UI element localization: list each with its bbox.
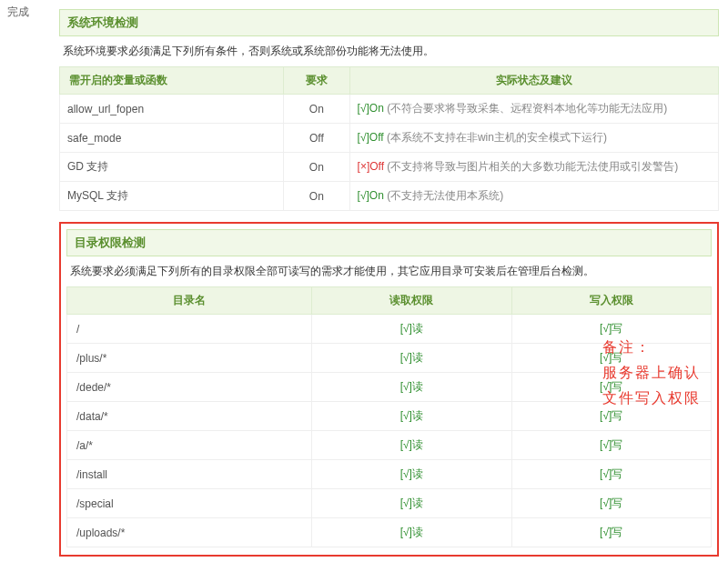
env-th-req: 要求	[284, 67, 349, 95]
perm-cell-write: [√]写	[511, 518, 712, 547]
status-mark: [×]Off	[358, 160, 384, 173]
perm-cell-dir: /	[67, 315, 312, 344]
env-cell-name: MySQL 支持	[60, 182, 284, 211]
perm-cell-read: [√]读	[312, 373, 511, 402]
status-note: (不支持无法使用本系统)	[384, 189, 503, 202]
status-mark: [√]On	[358, 189, 384, 202]
annotation-line-3: 文件写入权限	[602, 386, 701, 411]
perm-cell-read: [√]读	[312, 431, 511, 460]
perm-cell-read: [√]读	[312, 344, 511, 373]
perm-cell-dir: /data/*	[67, 402, 312, 431]
perm-row: /uploads/*[√]读[√]写	[67, 518, 712, 547]
perm-th-read: 读取权限	[312, 287, 511, 315]
env-th-name: 需开启的变量或函数	[60, 67, 284, 95]
perm-cell-dir: /plus/*	[67, 344, 312, 373]
env-cell-req: On	[284, 182, 349, 211]
perm-cell-dir: /install	[67, 460, 312, 489]
perm-row: /a/*[√]读[√]写	[67, 431, 712, 460]
env-cell-req: On	[284, 153, 349, 182]
perm-row: /special[√]读[√]写	[67, 489, 712, 518]
env-cell-status: [×]Off (不支持将导致与图片相关的大多数功能无法使用或引发警告)	[349, 153, 718, 182]
env-cell-name: allow_url_fopen	[60, 95, 284, 124]
perm-cell-read: [√]读	[312, 518, 511, 547]
env-row: allow_url_fopenOn[√]On (不符合要求将导致采集、远程资料本…	[60, 95, 719, 124]
perm-cell-dir: /uploads/*	[67, 518, 312, 547]
env-section-title: 系统环境检测	[59, 9, 719, 36]
env-th-status: 实际状态及建议	[349, 67, 718, 95]
perm-th-write: 写入权限	[511, 287, 712, 315]
perm-cell-dir: /a/*	[67, 431, 312, 460]
env-section-desc: 系统环境要求必须满足下列所有条件，否则系统或系统部份功能将无法使用。	[59, 36, 719, 66]
perm-cell-read: [√]读	[312, 489, 511, 518]
perm-cell-dir: /dede/*	[67, 373, 312, 402]
annotation-line-1: 备注：	[602, 335, 701, 360]
perm-section-title: 目录权限检测	[66, 229, 712, 256]
env-row: safe_modeOff[√]Off (本系统不支持在非win主机的安全模式下运…	[60, 124, 719, 153]
perm-row: /install[√]读[√]写	[67, 460, 712, 489]
perm-highlight-box: 目录权限检测 系统要求必须满足下列所有的目录权限全部可读写的需求才能使用，其它应…	[59, 222, 719, 557]
env-row: GD 支持On[×]Off (不支持将导致与图片相关的大多数功能无法使用或引发警…	[60, 153, 719, 182]
perm-cell-read: [√]读	[312, 315, 511, 344]
env-cell-req: Off	[284, 124, 349, 153]
env-cell-name: GD 支持	[60, 153, 284, 182]
status-mark: [√]Off	[358, 131, 384, 144]
perm-cell-write: [√]写	[511, 460, 712, 489]
env-row: MySQL 支持On[√]On (不支持无法使用本系统)	[60, 182, 719, 211]
env-cell-status: [√]On (不支持无法使用本系统)	[349, 182, 718, 211]
status-note: (不符合要求将导致采集、远程资料本地化等功能无法应用)	[384, 102, 667, 115]
annotation-note: 备注： 服务器上确认 文件写入权限	[602, 335, 701, 411]
env-table: 需开启的变量或函数 要求 实际状态及建议 allow_url_fopenOn[√…	[59, 66, 719, 211]
env-cell-req: On	[284, 95, 349, 124]
status-mark: [√]On	[358, 102, 384, 115]
perm-cell-read: [√]读	[312, 460, 511, 489]
annotation-line-2: 服务器上确认	[602, 360, 701, 386]
env-cell-status: [√]On (不符合要求将导致采集、远程资料本地化等功能无法应用)	[349, 95, 718, 124]
perm-cell-write: [√]写	[511, 489, 712, 518]
status-note: (不支持将导致与图片相关的大多数功能无法使用或引发警告)	[384, 160, 678, 173]
perm-section-desc: 系统要求必须满足下列所有的目录权限全部可读写的需求才能使用，其它应用目录可安装后…	[66, 256, 712, 286]
env-cell-status: [√]Off (本系统不支持在非win主机的安全模式下运行)	[349, 124, 718, 153]
perm-cell-dir: /special	[67, 489, 312, 518]
perm-th-dir: 目录名	[67, 287, 312, 315]
step-done-label: 完成	[7, 5, 43, 20]
perm-cell-read: [√]读	[312, 402, 511, 431]
env-cell-name: safe_mode	[60, 124, 284, 153]
perm-cell-write: [√]写	[511, 431, 712, 460]
status-note: (本系统不支持在非win主机的安全模式下运行)	[384, 131, 607, 144]
perm-table: 目录名 读取权限 写入权限 /[√]读[√]写/plus/*[√]读[√]写/d…	[66, 286, 712, 547]
